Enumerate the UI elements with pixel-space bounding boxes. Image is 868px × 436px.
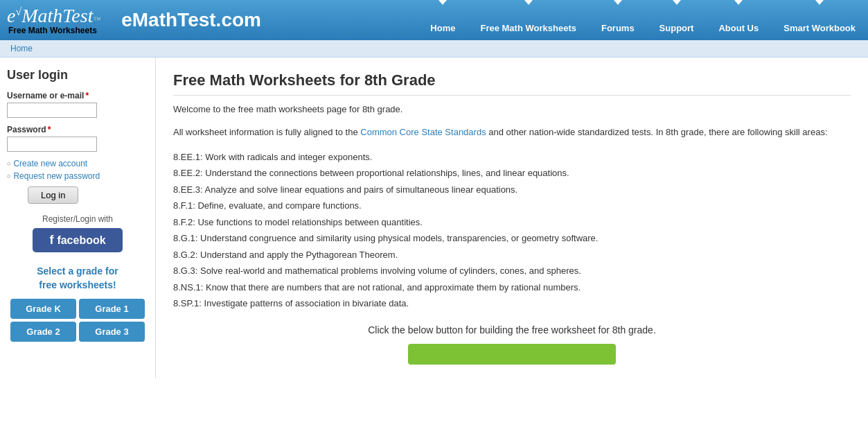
breadcrumb: Home (0, 40, 868, 58)
grade-k-button[interactable]: Grade K (10, 299, 76, 319)
intro-text: Welcome to the free math worksheets page… (173, 103, 851, 117)
skill-item: 8.EE.1: Work with radicals and integer e… (173, 150, 851, 164)
skill-item: 8.F.2: Use functions to model relationsh… (173, 216, 851, 229)
skill-item: 8.EE.2: Understand the connections betwe… (173, 166, 851, 180)
password-input[interactable] (7, 137, 97, 152)
page-layout: User login Username or e-mail* Password*… (0, 58, 868, 378)
nav-home[interactable]: Home (418, 0, 468, 40)
nav-workbook[interactable]: Smart Workbook (771, 0, 868, 40)
skill-item: 8.SP.1: Investigate patterns of associat… (173, 297, 851, 311)
create-account-link[interactable]: Create new account (7, 159, 148, 168)
nav-about[interactable]: About Us (706, 0, 771, 40)
skill-list: 8.EE.1: Work with radicals and integer e… (173, 150, 851, 311)
facebook-login-button[interactable]: facebook (33, 228, 123, 252)
skill-item: 8.F.1: Define, evaluate, and compare fun… (173, 199, 851, 213)
nav-home-arrow (439, 0, 447, 5)
sidebar: User login Username or e-mail* Password*… (0, 58, 156, 378)
main-nav: Home Free Math Worksheets Forums Support… (418, 0, 868, 40)
ccss-link[interactable]: Common Core State Standards (360, 127, 486, 137)
password-required: * (48, 125, 51, 134)
register-text: Register/Login with (7, 214, 148, 224)
grade-1-button[interactable]: Grade 1 (79, 299, 145, 319)
nav-about-arrow (734, 0, 743, 5)
logo-image: e√MathTest™ (7, 5, 100, 27)
click-below-text: Click the below button for building the … (173, 324, 851, 335)
skill-item: 8.G.3: Solve real-world and mathematical… (173, 264, 851, 278)
skill-item: 8.EE.3: Analyze and solve linear equatio… (173, 183, 851, 197)
build-worksheet-area (173, 344, 851, 365)
nav-support[interactable]: Support (647, 0, 707, 40)
request-password-link[interactable]: Request new password (7, 171, 148, 181)
nav-support-arrow (673, 0, 681, 5)
login-button[interactable]: Log in (28, 186, 78, 204)
username-required: * (85, 91, 89, 101)
password-label: Password* (7, 125, 148, 134)
nav-forums-arrow (614, 0, 622, 5)
breadcrumb-home-link[interactable]: Home (10, 44, 33, 53)
build-worksheet-button[interactable] (408, 344, 616, 365)
main-content: Free Math Worksheets for 8th Grade Welco… (156, 58, 868, 378)
page-title: Free Math Worksheets for 8th Grade (173, 71, 851, 96)
grade-2-button[interactable]: Grade 2 (10, 322, 76, 342)
username-input[interactable] (7, 103, 97, 118)
username-label: Username or e-mail* (7, 91, 148, 101)
grade-3-button[interactable]: Grade 3 (79, 322, 145, 342)
site-name: eMathTest.com (121, 9, 261, 31)
skill-item: 8.NS.1: Know that there are numbers that… (173, 281, 851, 295)
nav-worksheets-arrow (524, 0, 533, 5)
header: e√MathTest™ Free Math Worksheets eMathTe… (0, 0, 868, 40)
skill-item: 8.G.2: Understand and apply the Pythagor… (173, 248, 851, 262)
logo-area: e√MathTest™ Free Math Worksheets (7, 5, 100, 35)
user-login-title: User login (7, 68, 148, 82)
nav-forums[interactable]: Forums (589, 0, 647, 40)
nav-worksheets[interactable]: Free Math Worksheets (468, 0, 588, 40)
nav-workbook-arrow (815, 0, 824, 5)
skill-item: 8.G.1: Understand congruence and similar… (173, 232, 851, 245)
logo-subtitle: Free Math Worksheets (8, 26, 100, 35)
standards-text: All worksheet information is fully align… (173, 125, 851, 140)
select-grade-text: Select a grade for free worksheets! (7, 265, 148, 292)
grade-grid: Grade K Grade 1 Grade 2 Grade 3 (7, 299, 148, 342)
